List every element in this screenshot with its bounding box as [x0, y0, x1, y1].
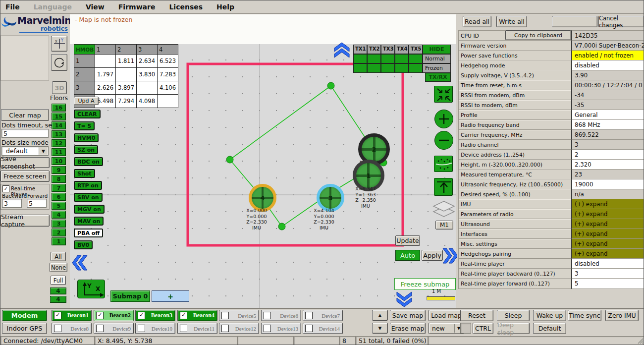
floor-button-8[interactable]: 8	[52, 175, 66, 183]
menu-item-view[interactable]: View	[86, 3, 105, 11]
auto-button[interactable]: Auto	[395, 250, 420, 261]
raise-item-icon[interactable]	[434, 178, 453, 196]
device-tab-beacon3[interactable]: ✓Beacon3	[135, 310, 175, 321]
map-toggle-bdc-on[interactable]: BDC on	[74, 157, 103, 166]
blank-button[interactable]	[552, 16, 597, 27]
cancel-changes-button[interactable]: Cancel changes	[598, 16, 644, 27]
param-value-19[interactable]: (+) expand	[571, 219, 644, 230]
xy-view-button[interactable]: x Y	[51, 36, 67, 52]
device-checkbox[interactable]	[138, 325, 145, 332]
distance-table-cell[interactable]: 3.830	[137, 68, 158, 81]
device-checkbox[interactable]	[264, 312, 271, 319]
floor-button-11[interactable]: 11	[52, 148, 66, 156]
device-tab-device10[interactable]: Device10	[135, 323, 175, 334]
scroll-left-chevrons-icon[interactable]	[71, 254, 88, 272]
zoom-out-icon[interactable]	[434, 131, 453, 150]
resize-grip-icon[interactable]	[637, 338, 644, 345]
device-tab-device6[interactable]: Device6	[261, 310, 301, 321]
device-tab-beacon1[interactable]: ✓Beacon1	[52, 310, 92, 321]
tx-normal-cell[interactable]	[353, 54, 367, 63]
device-checkbox[interactable]	[96, 325, 104, 332]
read-all-button[interactable]: Read all	[463, 16, 491, 27]
scroll-up-chevrons-icon[interactable]	[333, 42, 351, 58]
device-checkbox[interactable]: ✓	[54, 312, 61, 319]
apply-button[interactable]: Apply	[422, 250, 443, 261]
distance-table-cell[interactable]: 1.797	[95, 68, 116, 81]
scroll-down-chevrons-icon[interactable]	[395, 291, 413, 308]
freeze-submap-button[interactable]: Freeze submap	[394, 278, 456, 290]
distance-table-cell[interactable]: 2.626	[95, 81, 116, 95]
tx-normal-cell[interactable]	[381, 54, 395, 63]
forward-input[interactable]: 5	[27, 199, 47, 208]
tx-frozen-cell[interactable]	[395, 63, 409, 73]
distance-table-cell[interactable]	[158, 95, 178, 108]
param-value-12[interactable]: 2	[571, 149, 644, 160]
device-tab-device5[interactable]: Device5	[219, 310, 259, 321]
menu-item-firmware[interactable]: Firmware	[118, 3, 156, 11]
zoom-in-icon[interactable]	[434, 110, 453, 128]
device-checkbox[interactable]	[54, 325, 61, 332]
floor-button-13[interactable]: 13	[52, 130, 66, 138]
tx-frozen-cell[interactable]	[353, 63, 367, 73]
map-toggle-hvm0[interactable]: HVM0	[74, 133, 99, 142]
device-checkbox[interactable]	[180, 325, 187, 332]
distance-table-cell[interactable]: 7.294	[116, 95, 137, 108]
tx-hide-button[interactable]: HIDE	[423, 45, 451, 54]
floor-button-1[interactable]: 1	[52, 237, 66, 245]
device-checkbox[interactable]	[305, 325, 313, 332]
floor-button-2[interactable]: 2	[52, 229, 66, 236]
floor-button-7[interactable]: 7	[52, 184, 66, 192]
distance-table-cell[interactable]: 1.811	[116, 55, 137, 68]
submap-0-button[interactable]: Submap 0	[110, 290, 150, 302]
map-toggle-rtp-on[interactable]: RTP on	[74, 181, 102, 190]
device-checkbox[interactable]	[305, 312, 313, 319]
distance-table-cell[interactable]	[95, 55, 116, 68]
write-all-button[interactable]: Write all	[496, 16, 527, 27]
param-value-21[interactable]: (+) expand	[571, 238, 644, 249]
floor-extra-button[interactable]: 4	[50, 288, 66, 294]
view-3d-button[interactable]: 3D	[52, 81, 67, 94]
floor-button-5[interactable]: 5	[52, 202, 66, 210]
distance-table-cell[interactable]: 2.634	[137, 55, 158, 68]
floor-button-14[interactable]: 14	[52, 121, 66, 129]
default-button[interactable]: Default	[533, 323, 566, 334]
param-value-17[interactable]: (+) expand	[571, 199, 644, 210]
zero-imu-button[interactable]: Zero IMU	[605, 310, 639, 321]
device-checkbox[interactable]: ✓	[138, 312, 145, 319]
device-tab-device12[interactable]: Device12	[219, 323, 259, 334]
fit-to-screen-icon[interactable]	[434, 86, 453, 103]
device-tab-device14[interactable]: Device14	[303, 323, 343, 334]
floor-button-3[interactable]: 3	[52, 220, 66, 228]
stream-capture-button[interactable]: Stream capture	[0, 215, 50, 227]
map-toggle-mgv-on[interactable]: MGV on	[74, 205, 105, 214]
floor-button-9[interactable]: 9	[52, 166, 66, 174]
device-tab-device13[interactable]: Device13	[261, 323, 301, 334]
erase-map-button[interactable]: Erase map	[390, 323, 426, 334]
ctrl-checkbox[interactable]	[460, 323, 471, 334]
distance-table-cell[interactable]	[137, 81, 158, 95]
map-toggle-sbv-on[interactable]: SBV on	[74, 193, 103, 202]
param-value-22[interactable]: (+) expand	[571, 248, 644, 259]
param-value-13[interactable]: 2.320	[571, 159, 644, 170]
floor-button-15[interactable]: 15	[52, 113, 66, 120]
waypoint-dot[interactable]	[327, 82, 334, 89]
distance-table-cell[interactable]: 3.897	[116, 81, 137, 95]
dots-size-select[interactable]: default ▼	[1, 146, 49, 156]
device-tab-indoor-gps[interactable]: Indoor GPS	[2, 323, 47, 334]
copy-to-clipboard-button[interactable]: Copy to clipboard	[505, 30, 571, 40]
tx-normal-cell[interactable]	[409, 54, 423, 63]
dots-timeout-input[interactable]: 5	[1, 129, 49, 138]
param-value-24[interactable]: 3	[571, 268, 644, 279]
dots-mode-icon[interactable]	[434, 156, 453, 172]
floor-button-10[interactable]: 10	[52, 157, 66, 165]
menu-item-file[interactable]: File	[5, 3, 20, 11]
time-sync-button[interactable]: Time sync	[568, 310, 601, 321]
tx-frozen-cell[interactable]	[381, 63, 395, 73]
scroll-tabs-up-button[interactable]: ▲	[372, 310, 388, 321]
distance-table-cell[interactable]: 4.098	[137, 95, 158, 108]
wake-up-button[interactable]: Wake up	[533, 310, 566, 321]
distance-table-cell[interactable]	[116, 68, 137, 81]
param-value-3[interactable]: disabled	[571, 60, 644, 71]
save-screenshot-button[interactable]: Save screenshot	[0, 157, 50, 168]
waypoint-dot[interactable]	[226, 156, 233, 163]
